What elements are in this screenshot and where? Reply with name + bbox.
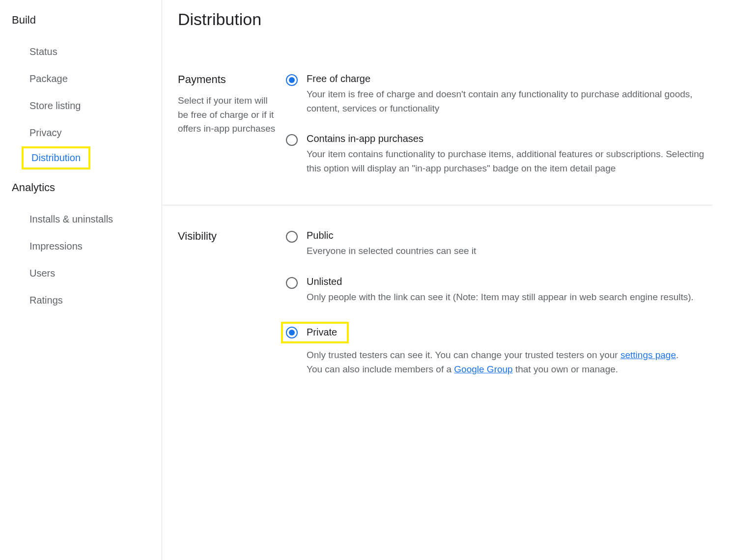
radio-public-label-wrap: Public Everyone in selected countries ca…: [307, 230, 712, 258]
payments-left: Payments Select if your item will be fre…: [178, 73, 286, 175]
private-desc-part2: .: [676, 350, 678, 360]
radio-public-label: Public: [307, 230, 712, 241]
section-payments: Payments Select if your item will be fre…: [178, 73, 712, 205]
radio-private-description: Only trusted testers can see it. You can…: [307, 348, 712, 376]
page-title: Distribution: [178, 10, 712, 29]
sidebar-build-items: Status Package Store listing Privacy Dis…: [12, 38, 162, 169]
sidebar-analytics-items: Installs & uninstalls Impressions Users …: [12, 206, 162, 314]
radio-free-label: Free of charge: [307, 73, 712, 84]
radio-unlisted-description: Only people with the link can see it (No…: [307, 290, 712, 305]
radio-free-description: Your item is free of charge and doesn't …: [307, 87, 712, 115]
radio-option-free: Free of charge Your item is free of char…: [286, 73, 712, 115]
sidebar-item-package[interactable]: Package: [12, 65, 72, 92]
radio-unlisted-label: Unlisted: [307, 276, 712, 287]
payments-subtitle: Select if your item will be free of char…: [178, 94, 276, 136]
visibility-title: Visibility: [178, 230, 276, 243]
radio-private-highlight: Private: [281, 322, 349, 343]
radio-inapp-label: Contains in-app purchases: [307, 133, 712, 144]
sidebar-highlight-distribution: Distribution: [22, 146, 90, 169]
radio-inapp[interactable]: [286, 134, 298, 146]
sidebar-item-status[interactable]: Status: [12, 38, 61, 65]
sidebar-item-installs-uninstalls[interactable]: Installs & uninstalls: [12, 206, 117, 233]
section-visibility: Visibility Public Everyone in selected c…: [178, 230, 712, 406]
radio-unlisted-label-wrap: Unlisted Only people with the link can s…: [307, 276, 712, 305]
radio-inapp-label-wrap: Contains in-app purchases Your item cont…: [307, 133, 712, 175]
radio-option-unlisted: Unlisted Only people with the link can s…: [286, 276, 712, 305]
radio-public[interactable]: [286, 231, 298, 243]
private-desc-part3: You can also include members of a: [307, 364, 454, 374]
radio-option-private: Private Only trusted testers can see it.…: [286, 322, 712, 376]
main-content: Distribution Payments Select if your ite…: [162, 0, 732, 560]
sidebar-item-privacy[interactable]: Privacy: [12, 119, 66, 146]
settings-page-link[interactable]: settings page: [620, 350, 676, 360]
radio-option-inapp: Contains in-app purchases Your item cont…: [286, 133, 712, 175]
sidebar-item-store-listing[interactable]: Store listing: [12, 92, 85, 119]
sidebar-item-ratings[interactable]: Ratings: [12, 287, 67, 314]
radio-free[interactable]: [286, 74, 298, 86]
sidebar-item-users[interactable]: Users: [12, 260, 59, 287]
radio-inapp-description: Your item contains functionality to purc…: [307, 147, 712, 175]
radio-private-label: Private: [307, 327, 337, 338]
sidebar-item-impressions[interactable]: Impressions: [12, 233, 86, 260]
radio-option-public: Public Everyone in selected countries ca…: [286, 230, 712, 258]
radio-private[interactable]: [286, 327, 298, 338]
radio-public-description: Everyone in selected countries can see i…: [307, 244, 712, 258]
radio-unlisted[interactable]: [286, 277, 298, 289]
private-desc-part1: Only trusted testers can see it. You can…: [307, 350, 620, 360]
visibility-options: Public Everyone in selected countries ca…: [286, 230, 712, 376]
payments-title: Payments: [178, 73, 276, 86]
sidebar-section-analytics: Analytics: [12, 181, 162, 194]
sidebar: Build Status Package Store listing Priva…: [0, 0, 162, 560]
radio-free-label-wrap: Free of charge Your item is free of char…: [307, 73, 712, 115]
google-group-link[interactable]: Google Group: [454, 364, 512, 374]
sidebar-item-distribution[interactable]: Distribution: [24, 148, 88, 168]
divider: [162, 205, 712, 205]
visibility-left: Visibility: [178, 230, 286, 376]
private-desc-part4: that you own or manage.: [513, 364, 618, 374]
payments-options: Free of charge Your item is free of char…: [286, 73, 712, 175]
sidebar-section-build: Build: [12, 14, 162, 27]
